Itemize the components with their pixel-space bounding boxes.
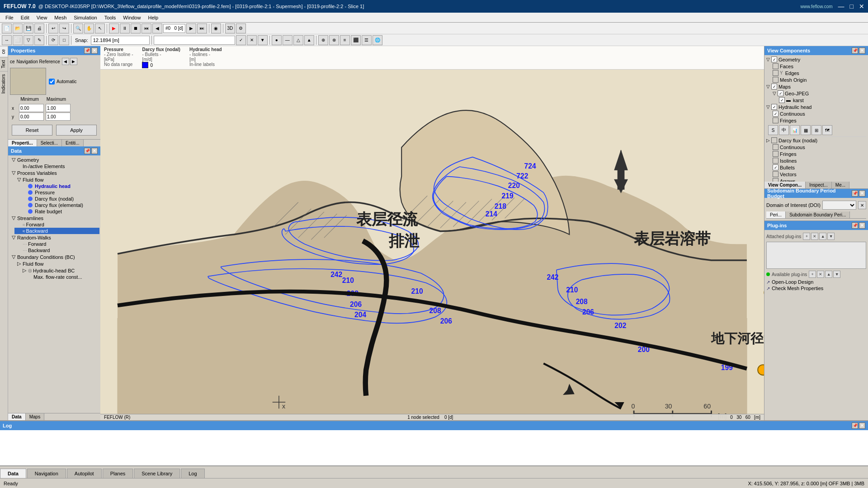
plugin-check-mesh[interactable]: ↗ Check Mesh Properties xyxy=(766,285,866,291)
vc-faces-checkbox[interactable] xyxy=(773,63,778,69)
log-close-btn[interactable]: ✕ xyxy=(859,422,865,429)
select-btn[interactable]: ↖ xyxy=(95,23,105,33)
vc-darcy-isolines-checkbox[interactable] xyxy=(773,158,778,164)
viewport[interactable]: Pressure - Zero Isoline - [kPa] No data … xyxy=(100,46,764,420)
tb2-m6[interactable]: 🌐 xyxy=(373,35,382,45)
vc-maps[interactable]: ▽ ✓ Maps xyxy=(766,83,866,90)
mode-btn[interactable]: ◉ xyxy=(211,23,221,33)
menu-window[interactable]: Window xyxy=(119,14,144,21)
tb2-ok[interactable]: ✓ xyxy=(236,35,246,45)
tree-fluid-flow[interactable]: ▽ Fluid flow xyxy=(14,176,99,183)
vc-maps-checkbox[interactable]: ✓ xyxy=(771,84,777,89)
tree-geometry[interactable]: ▽ Geometry xyxy=(9,156,99,163)
vc-darcy-cont-checkbox[interactable] xyxy=(773,144,778,150)
avail-x-btn[interactable]: ✕ xyxy=(817,271,824,278)
maximize-button[interactable]: □ xyxy=(850,3,854,10)
menu-simulation[interactable]: Simulation xyxy=(70,14,100,21)
tree-forward[interactable]: ≈ Forward xyxy=(14,221,99,228)
vc-edges-checkbox[interactable] xyxy=(773,70,778,76)
tab-selection[interactable]: Selecti... xyxy=(37,140,62,146)
props-pin-btn[interactable]: 📌 xyxy=(84,47,90,54)
right-tab-me[interactable]: Me... xyxy=(832,182,849,188)
vc-darcy-continuous[interactable]: Continuous xyxy=(766,144,866,150)
props-close-btn[interactable]: ✕ xyxy=(91,47,98,54)
tree-darcy-elemental[interactable]: Darcy flux (elemental) xyxy=(20,202,99,208)
peri-tab[interactable]: Peri... xyxy=(766,211,786,218)
tb2-tri[interactable]: ▲ xyxy=(304,35,314,45)
tb2-poly[interactable]: △ xyxy=(293,35,303,45)
vc-hh-continuous-checkbox[interactable]: ✓ xyxy=(773,111,778,117)
tree-random-walks[interactable]: ▽ Random-Walks xyxy=(9,234,99,241)
vc-hh-fringes[interactable]: Fringes xyxy=(766,117,866,124)
doi-btn[interactable]: ✕ xyxy=(858,201,866,209)
vc-darcy-arrows-checkbox[interactable] xyxy=(773,178,778,182)
view3d-btn[interactable]: 3D xyxy=(225,23,235,33)
tree-rate-budget[interactable]: Rate budget xyxy=(20,208,99,215)
run-btn[interactable]: ▶ xyxy=(109,23,119,33)
x-max-input[interactable] xyxy=(46,104,71,112)
open-btn[interactable]: 📂 xyxy=(13,23,23,33)
vc-darcy-bullets[interactable]: ✓ Bullets xyxy=(766,164,866,171)
save-btn[interactable]: 💾 xyxy=(24,23,33,33)
new-btn[interactable]: 📄 xyxy=(2,23,12,33)
plugin-add-btn[interactable]: + xyxy=(803,233,810,240)
plugin-down-btn[interactable]: ▼ xyxy=(827,233,835,240)
bottom-tab-navigation[interactable]: Navigation xyxy=(27,469,66,478)
tab-entities[interactable]: Entiti... xyxy=(62,140,84,146)
snap-input[interactable] xyxy=(91,36,150,45)
tab-maps[interactable]: Maps xyxy=(26,413,44,420)
menu-view[interactable]: View xyxy=(33,14,51,21)
pause-btn[interactable]: ⏸ xyxy=(120,23,130,33)
y-max-input[interactable] xyxy=(46,113,71,121)
data-pin-btn[interactable]: 📌 xyxy=(84,148,90,154)
tree-process-vars[interactable]: ▽ Process Variables xyxy=(9,169,99,176)
vc-darcy-vectors-checkbox[interactable] xyxy=(773,171,778,177)
vc-darcy-fringes[interactable]: Fringes xyxy=(766,150,866,157)
tree-rw-forward[interactable]: ⋯ Forward xyxy=(14,241,99,247)
log-pin-btn[interactable]: 📌 xyxy=(852,422,858,429)
bottom-tab-autopilot[interactable]: Autopilot xyxy=(67,469,102,478)
subdomain-pin-btn[interactable]: 📌 xyxy=(852,190,858,197)
vc-karst[interactable]: ✓ ▬ karst xyxy=(766,97,866,103)
vc-karst-checkbox[interactable]: ✓ xyxy=(779,97,785,103)
tree-pressure[interactable]: Pressure xyxy=(20,189,99,196)
avail-add-btn[interactable]: + xyxy=(809,271,816,278)
tool-icon-map[interactable]: 🗺 xyxy=(822,125,832,135)
menu-tools[interactable]: Tools xyxy=(101,14,120,21)
tb2-cancel[interactable]: ✕ xyxy=(247,35,257,45)
vc-geo-jpeg-checkbox[interactable]: ✓ xyxy=(778,90,783,96)
tb2-btn5[interactable]: ⟳ xyxy=(48,35,58,45)
vc-hh-continuous[interactable]: ✓ Continuous xyxy=(766,110,866,117)
data-close-btn[interactable]: ✕ xyxy=(91,148,98,154)
tree-bc[interactable]: ▽ Boundary Conditions (BC) xyxy=(9,253,99,260)
right-tab-view[interactable]: View Compon... xyxy=(764,182,806,188)
bottom-tab-planes[interactable]: Planes xyxy=(103,469,133,478)
vc-hydraulic[interactable]: ▽ ✓ Hydraulic head xyxy=(766,103,866,110)
right-tab-inspect[interactable]: Inspect... xyxy=(806,182,832,188)
vc-darcy-arrows[interactable]: Arrows xyxy=(766,178,866,182)
tree-backward[interactable]: ≈ Backward xyxy=(14,228,99,234)
side-tab-text[interactable]: Text xyxy=(0,57,8,71)
bottom-tab-data[interactable]: Data xyxy=(0,469,26,478)
tb2-node[interactable]: ● xyxy=(272,35,282,45)
vc-darcy-fringes-checkbox[interactable] xyxy=(773,151,778,157)
plugin-remove-btn[interactable]: ✕ xyxy=(811,233,818,240)
subdomain-close-btn[interactable]: ✕ xyxy=(859,190,865,197)
tb2-edge[interactable]: — xyxy=(283,35,292,45)
avail-down-btn[interactable]: ▼ xyxy=(833,271,840,278)
undo-btn[interactable]: ↩ xyxy=(48,23,58,33)
bottom-tab-scene-library[interactable]: Scene Library xyxy=(134,469,180,478)
menu-help[interactable]: Help xyxy=(144,14,162,21)
tab-properties[interactable]: Properti... xyxy=(8,140,37,146)
vc-pin-btn[interactable]: 📌 xyxy=(852,47,858,54)
tb2-btn4[interactable]: ✎ xyxy=(34,35,44,45)
tb2-btn3[interactable]: ▽ xyxy=(24,35,33,45)
y-min-input[interactable] xyxy=(19,113,44,121)
tb2-m5[interactable]: ☰ xyxy=(362,35,372,45)
tb2-m2[interactable]: ⊗ xyxy=(329,35,339,45)
vc-mesh-origin[interactable]: Mesh Origin xyxy=(766,76,866,83)
plugins-pin-btn[interactable]: 📌 xyxy=(852,222,858,229)
bottom-tab-log[interactable]: Log xyxy=(181,469,204,478)
tree-darcy-nodal[interactable]: Darcy flux (nodal) xyxy=(20,196,99,202)
pan-btn[interactable]: ✋ xyxy=(84,23,94,33)
